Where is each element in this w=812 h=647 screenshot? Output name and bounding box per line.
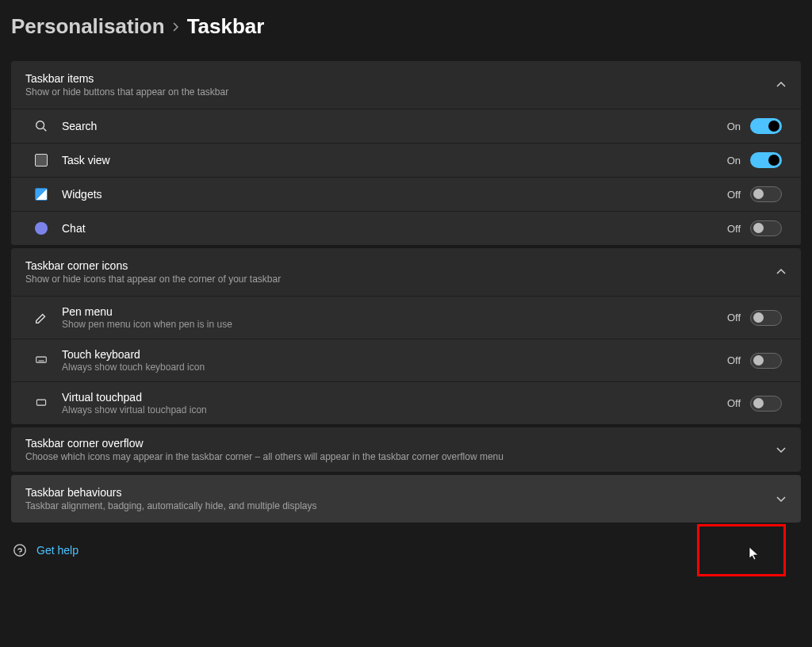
section-header-corner[interactable]: Taskbar corner icons Show or hide icons … [11,248,801,296]
svg-point-6 [19,553,20,554]
section-header-overflow[interactable]: Taskbar corner overflow Choose which ico… [11,427,801,472]
row-label: Chat [62,222,86,235]
section-desc: Show or hide buttons that appear on the … [25,86,228,98]
row-touch-keyboard: Touch keyboard Always show touch keyboar… [11,339,801,381]
svg-rect-2 [36,357,47,362]
toggle-state: Off [727,397,741,409]
section-title: Taskbar items [25,72,228,85]
svg-line-1 [44,128,47,132]
section-taskbar-behaviours: Taskbar behaviours Taskbar alignment, ba… [11,475,801,523]
touchpad-icon [33,396,49,412]
section-title: Taskbar corner icons [25,259,281,272]
chevron-down-icon [776,493,787,504]
help-icon [13,543,27,557]
row-label: Virtual touchpad [62,391,207,404]
toggle-touch-keyboard[interactable] [750,353,782,369]
pen-icon [33,310,49,326]
svg-point-0 [36,121,44,129]
get-help-link[interactable]: Get help [36,544,79,557]
toggle-pen-menu[interactable] [750,310,782,326]
section-title: Taskbar corner overflow [25,437,504,450]
chevron-down-icon [776,444,787,455]
row-chat: Chat Off [11,211,801,245]
widgets-icon [33,186,49,202]
toggle-virtual-touchpad[interactable] [750,396,782,412]
breadcrumb: Personalisation Taskbar [11,14,801,39]
row-desc: Always show touch keyboard icon [62,362,205,373]
row-virtual-touchpad: Virtual touchpad Always show virtual tou… [11,381,801,424]
section-desc: Taskbar alignment, badging, automaticall… [25,500,317,511]
chevron-up-icon [776,79,787,90]
row-desc: Always show virtual touchpad icon [62,404,207,415]
chevron-up-icon [776,266,787,278]
search-icon [33,118,49,134]
toggle-state: On [727,121,741,132]
row-search: Search On [11,109,801,143]
svg-point-5 [14,545,25,556]
row-pen-menu: Pen menu Show pen menu icon when pen is … [11,296,801,339]
section-desc: Choose which icons may appear in the tas… [25,451,504,462]
toggle-state: Off [727,189,741,201]
row-label: Task view [62,154,110,167]
toggle-state: On [727,155,741,167]
toggle-state: Off [727,312,741,324]
row-label: Search [62,120,97,132]
toggle-state: Off [727,223,741,235]
toggle-taskview[interactable] [750,152,782,168]
keyboard-icon [33,353,49,369]
row-desc: Show pen menu icon when pen is in use [62,319,232,330]
row-widgets: Widgets Off [11,177,801,211]
row-label: Touch keyboard [62,348,205,361]
breadcrumb-parent[interactable]: Personalisation [11,14,165,39]
taskview-icon [33,152,49,168]
section-taskbar-corner-overflow: Taskbar corner overflow Choose which ico… [11,427,801,472]
section-desc: Show or hide icons that appear on the co… [25,274,281,285]
svg-rect-4 [36,400,45,405]
row-label: Widgets [62,188,102,201]
help-bar: Get help [13,543,801,557]
section-taskbar-items: Taskbar items Show or hide buttons that … [11,61,801,245]
section-taskbar-corner-icons: Taskbar corner icons Show or hide icons … [11,248,801,424]
toggle-chat[interactable] [750,220,782,236]
row-taskview: Task view On [11,143,801,177]
toggle-state: Off [727,354,741,366]
toggle-search[interactable] [750,118,782,134]
section-header-behaviours[interactable]: Taskbar behaviours Taskbar alignment, ba… [11,475,801,523]
chat-icon [33,220,49,236]
breadcrumb-current: Taskbar [187,14,265,39]
toggle-widgets[interactable] [750,186,782,202]
mouse-cursor-icon [749,546,761,562]
section-title: Taskbar behaviours [25,486,317,499]
row-label: Pen menu [62,305,232,318]
chevron-right-icon [171,17,181,36]
section-header-taskbar-items[interactable]: Taskbar items Show or hide buttons that … [11,61,801,109]
